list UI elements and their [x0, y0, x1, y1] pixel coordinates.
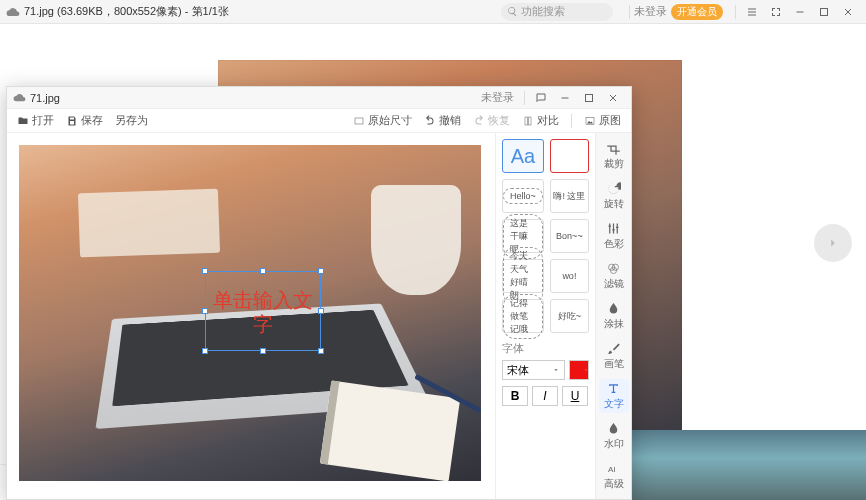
tool-filter[interactable]: 滤镜 — [599, 259, 629, 293]
image-icon — [584, 115, 596, 127]
font-section-label: 字体 — [502, 341, 589, 356]
app-logo-icon — [6, 5, 20, 19]
svg-text:AI: AI — [608, 465, 616, 474]
chevron-down-icon — [584, 367, 588, 373]
undo-button[interactable]: 撤销 — [420, 111, 465, 130]
compare-icon — [522, 115, 534, 127]
tool-color[interactable]: 色彩 — [599, 219, 629, 253]
bold-button[interactable]: B — [502, 386, 528, 406]
editor-window: 71.jpg 未登录 打开 保存 另存为 原始尺寸 — [6, 86, 632, 500]
chevron-right-icon — [826, 236, 840, 250]
editor-tool-strip: 裁剪 旋转 色彩 滤镜 涂抹 画笔 文字 水印 — [595, 133, 631, 499]
search-placeholder: 功能搜索 — [521, 4, 565, 19]
tool-crop[interactable]: 裁剪 — [599, 139, 629, 173]
svg-rect-3 — [355, 118, 363, 124]
editor-close-button[interactable] — [601, 86, 625, 110]
text-style-hello[interactable]: Hello~ — [502, 179, 544, 213]
tool-advanced[interactable]: AI 高级 — [599, 459, 629, 493]
resize-handle[interactable] — [260, 348, 266, 354]
editor-login-label[interactable]: 未登录 — [481, 90, 514, 105]
resize-handle[interactable] — [318, 268, 324, 274]
resize-handle[interactable] — [202, 348, 208, 354]
save-as-button[interactable]: 另存为 — [111, 111, 152, 130]
resize-handle[interactable] — [318, 308, 324, 314]
font-select[interactable]: 宋体 — [502, 360, 565, 380]
search-input[interactable]: 功能搜索 — [501, 3, 613, 21]
minimize-button[interactable] — [788, 0, 812, 24]
smudge-icon — [606, 301, 621, 316]
editor-toolbar: 打开 保存 另存为 原始尺寸 撤销 恢复 — [7, 109, 631, 133]
tool-rotate[interactable]: 旋转 — [599, 179, 629, 213]
editor-filename: 71.jpg — [30, 92, 60, 104]
app-logo-icon — [13, 91, 26, 104]
resize-handle[interactable] — [318, 348, 324, 354]
open-button[interactable]: 打开 — [13, 111, 58, 130]
photo-notepad — [320, 380, 460, 481]
tool-watermark[interactable]: 水印 — [599, 419, 629, 453]
sliders-icon — [606, 221, 621, 236]
text-color-picker[interactable] — [569, 360, 589, 380]
text-style-speech[interactable]: 今天天气好晴朗 — [502, 259, 544, 293]
text-options-panel: Aa Hello~ 嗨! 这里 这是干嘛呢… Bon~~ 今天天气好晴朗 wo!… — [495, 133, 595, 499]
watermark-icon — [606, 421, 621, 436]
original-button[interactable]: 原图 — [580, 111, 625, 130]
crop-icon — [606, 141, 621, 156]
viewer-title: 71.jpg (63.69KB，800x552像素) - 第1/1张 — [24, 4, 229, 19]
tool-text[interactable]: 文字 — [599, 379, 629, 413]
tool-smudge[interactable]: 涂抹 — [599, 299, 629, 333]
editor-maximize-button[interactable] — [577, 86, 601, 110]
size-icon — [353, 115, 365, 127]
text-style-rect[interactable] — [550, 139, 589, 173]
vip-badge[interactable]: 开通会员 — [671, 4, 723, 20]
svg-rect-2 — [586, 94, 593, 101]
resize-handle[interactable] — [260, 268, 266, 274]
maximize-button[interactable] — [812, 0, 836, 24]
fullscreen-button[interactable] — [764, 0, 788, 24]
photo-books — [78, 189, 220, 258]
menu-button[interactable] — [740, 0, 764, 24]
compare-button[interactable]: 对比 — [518, 111, 563, 130]
viewer-login-label[interactable]: 未登录 — [634, 4, 667, 19]
editor-canvas-area: 单击输入文字 — [7, 133, 495, 499]
italic-button[interactable]: I — [532, 386, 558, 406]
text-box-content[interactable]: 单击输入文字 — [206, 288, 320, 336]
search-icon — [507, 6, 518, 17]
viewer-titlebar: 71.jpg (63.69KB，800x552像素) - 第1/1张 功能搜索 … — [0, 0, 866, 24]
editor-titlebar: 71.jpg 未登录 — [7, 87, 631, 109]
feedback-button[interactable] — [529, 86, 553, 110]
text-style-note[interactable]: 记得做笔记哦 — [502, 299, 544, 333]
filter-icon — [606, 261, 621, 276]
editor-canvas[interactable]: 单击输入文字 — [19, 145, 481, 481]
photo-mug — [371, 185, 461, 295]
brush-icon — [606, 341, 621, 356]
resize-handle[interactable] — [202, 268, 208, 274]
text-style-plain[interactable]: Aa — [502, 139, 544, 173]
resize-handle[interactable] — [202, 308, 208, 314]
ai-icon: AI — [606, 461, 621, 476]
redo-icon — [473, 115, 485, 127]
original-size-button[interactable]: 原始尺寸 — [349, 111, 416, 130]
text-box[interactable]: 单击输入文字 — [205, 271, 321, 351]
save-button[interactable]: 保存 — [62, 111, 107, 130]
editor-minimize-button[interactable] — [553, 86, 577, 110]
redo-button[interactable]: 恢复 — [469, 111, 514, 130]
undo-icon — [424, 115, 436, 127]
desktop-wallpaper-strip — [626, 430, 866, 500]
underline-button[interactable]: U — [562, 386, 588, 406]
chevron-down-icon — [552, 366, 560, 374]
next-image-button[interactable] — [814, 224, 852, 262]
text-style-burst[interactable]: Bon~~ — [550, 219, 589, 253]
tool-brush[interactable]: 画笔 — [599, 339, 629, 373]
svg-rect-0 — [821, 8, 828, 15]
text-style-wo[interactable]: wo! — [550, 259, 589, 293]
text-style-tasty[interactable]: 好吃~ — [550, 299, 589, 333]
text-style-arrow[interactable]: 嗨! 这里 — [550, 179, 589, 213]
close-button[interactable] — [836, 0, 860, 24]
save-icon — [66, 115, 78, 127]
folder-icon — [17, 115, 29, 127]
text-icon — [606, 381, 621, 396]
rotate-icon — [606, 181, 621, 196]
